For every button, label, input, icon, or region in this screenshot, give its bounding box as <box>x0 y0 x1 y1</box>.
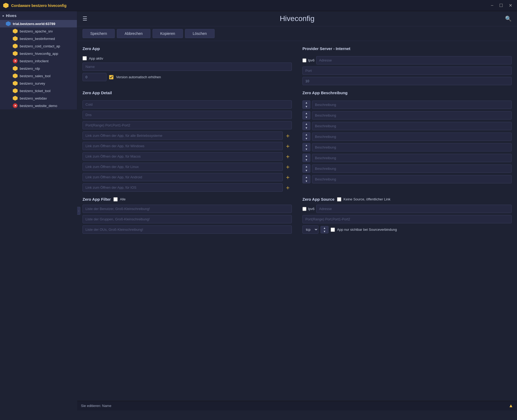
beschreibung-down-5[interactable]: ▼ <box>303 158 310 162</box>
protocol-select[interactable]: tcp udp <box>302 225 318 234</box>
port-range-input[interactable] <box>83 121 292 129</box>
collapse-handle[interactable]: ◦ <box>77 207 80 215</box>
sidebar-root-item[interactable]: trial.bestzero.world:63789 <box>0 20 77 27</box>
link-ios-input[interactable] <box>83 183 283 192</box>
app-aktiv-checkbox[interactable] <box>83 56 87 60</box>
beschreibung-down-2[interactable]: ▼ <box>303 126 310 130</box>
sidebar-item-8[interactable]: bestzero_ticket_tool <box>0 87 77 94</box>
beschreibung-input-4[interactable] <box>312 143 512 151</box>
beschreibung-spinner-6: ▲ ▼ <box>302 164 310 173</box>
link-windows-add-button[interactable]: ＋ <box>284 143 292 149</box>
content-area: ☰ Hiveconfig 🔍 Speichern Abbrechen Kopie… <box>77 11 517 410</box>
provider-ipv6-checkbox[interactable] <box>302 58 306 63</box>
beschreibung-up-0[interactable]: ▲ <box>303 101 310 105</box>
alle-checkbox[interactable] <box>113 197 118 201</box>
name-input[interactable] <box>83 63 292 71</box>
alle-row: Alle <box>113 197 126 201</box>
beschreibung-input-5[interactable] <box>312 154 512 162</box>
link-linux-input[interactable] <box>83 163 283 171</box>
alle-label: Alle <box>120 197 126 201</box>
beschreibung-input-0[interactable] <box>312 101 512 109</box>
coid-input[interactable] <box>83 100 292 109</box>
sidebar-item-3[interactable]: bestzero_hiveconfig_app <box>0 50 77 57</box>
sidebar-item-6[interactable]: bestzero_sales_tool <box>0 72 77 80</box>
sidebar-item-0[interactable]: bestzero_apache_srv <box>0 27 77 35</box>
sidebar-item-10[interactable]: ✕ bestzero_website_demo <box>0 102 77 109</box>
beschreibung-up-5[interactable]: ▲ <box>303 154 310 158</box>
dns-input[interactable] <box>83 111 292 119</box>
beschreibung-spinner-7: ▲ ▼ <box>302 175 310 183</box>
beschreibung-up-1[interactable]: ▲ <box>303 111 310 115</box>
protocol-up[interactable]: ▲ <box>321 226 328 230</box>
sidebar-item-9[interactable]: bestzero_webdav <box>0 94 77 102</box>
link-linux-add-button[interactable]: ＋ <box>284 164 292 170</box>
sidebar-hives-header[interactable]: ▸ Hives <box>0 11 77 20</box>
provider-port-input[interactable] <box>302 67 512 75</box>
ous-input[interactable] <box>83 225 292 234</box>
sidebar-item-5[interactable]: bestzero_rdp <box>0 65 77 72</box>
minimize-button[interactable]: – <box>489 2 495 9</box>
sidebar-item-1[interactable]: bestzero_bestinformed <box>0 35 77 42</box>
provider-address-input[interactable] <box>316 56 512 64</box>
beschreibung-up-7[interactable]: ▲ <box>303 175 310 179</box>
sidebar-item-7[interactable]: bestzero_survey <box>0 80 77 87</box>
link-macos-input[interactable] <box>83 152 283 160</box>
link-all-add-button[interactable]: ＋ <box>284 133 292 139</box>
beschreibung-down-0[interactable]: ▼ <box>303 105 310 109</box>
provider-port-value-input[interactable] <box>302 77 512 85</box>
users-input[interactable] <box>83 205 292 213</box>
version-input[interactable] <box>83 73 106 81</box>
delete-button[interactable]: Löschen <box>185 29 215 38</box>
keine-source-checkbox[interactable] <box>337 197 341 201</box>
beschreibung-up-4[interactable]: ▲ <box>303 143 310 147</box>
link-android-input[interactable] <box>83 173 283 181</box>
beschreibung-down-7[interactable]: ▼ <box>303 179 310 183</box>
beschreibung-down-6[interactable]: ▼ <box>303 168 310 172</box>
source-port-range-input[interactable] <box>302 215 512 223</box>
protocol-down[interactable]: ▼ <box>321 230 328 233</box>
beschreibung-input-2[interactable] <box>312 122 512 130</box>
beschreibung-up-2[interactable]: ▲ <box>303 122 310 126</box>
close-button[interactable]: ✕ <box>507 2 514 9</box>
status-text: Sie editieren: Name <box>81 404 111 408</box>
beschreibung-input-7[interactable] <box>312 175 512 183</box>
link-all-input[interactable] <box>83 131 283 140</box>
beschreibung-row-0: ▲ ▼ <box>302 100 512 109</box>
beschreibung-down-4[interactable]: ▼ <box>303 147 310 151</box>
groups-input[interactable] <box>83 215 292 223</box>
link-ios-add-button[interactable]: ＋ <box>284 185 292 191</box>
source-address-input[interactable] <box>316 205 512 213</box>
zero-app-detail-section: Zero App Detail ＋ ＋ ＋ ＋ <box>83 90 292 192</box>
version-auto-checkbox[interactable] <box>109 75 113 79</box>
beschreibung-input-6[interactable] <box>312 164 512 173</box>
search-button[interactable]: 🔍 <box>505 15 512 22</box>
link-windows-input[interactable] <box>83 142 283 150</box>
link-macos-add-button[interactable]: ＋ <box>284 154 292 159</box>
sidebar-item-2[interactable]: bestzero_coid_contact_ap <box>0 42 77 50</box>
app-nur-sichtbar-checkbox[interactable] <box>331 228 335 232</box>
item-1-icon <box>13 36 18 41</box>
item-6-label: bestzero_sales_tool <box>20 74 51 78</box>
beschreibung-spinner-3: ▲ ▼ <box>302 132 310 141</box>
beschreibung-input-1[interactable] <box>312 111 512 120</box>
version-row: Version automatisch erhöhen <box>83 73 292 81</box>
beschreibung-input-3[interactable] <box>312 133 512 141</box>
copy-button[interactable]: Kopieren <box>153 29 183 38</box>
item-4-label: bestzero_infoclient <box>20 59 48 63</box>
link-android-add-button[interactable]: ＋ <box>284 174 292 180</box>
save-button[interactable]: Speichern <box>83 29 115 38</box>
beschreibung-down-1[interactable]: ▼ <box>303 115 310 119</box>
source-ipv6-checkbox[interactable] <box>302 207 306 211</box>
sidebar-root-label: trial.bestzero.world:63789 <box>13 22 55 26</box>
beschreibung-down-3[interactable]: ▼ <box>303 137 310 141</box>
hamburger-button[interactable]: ☰ <box>83 15 87 22</box>
beschreibung-up-3[interactable]: ▲ <box>303 133 310 137</box>
sidebar-item-4[interactable]: ✕ bestzero_infoclient <box>0 57 77 65</box>
beschreibung-up-6[interactable]: ▲ <box>303 164 310 168</box>
zero-app-detail-title: Zero App Detail <box>83 90 292 95</box>
maximize-button[interactable]: ☐ <box>498 2 504 9</box>
link-macos-row: ＋ <box>83 152 292 160</box>
keine-source-row: Keine Source, öffentlicher Link <box>337 197 390 201</box>
cancel-button[interactable]: Abbrechen <box>117 29 150 38</box>
item-1-label: bestzero_bestinformed <box>20 37 55 41</box>
